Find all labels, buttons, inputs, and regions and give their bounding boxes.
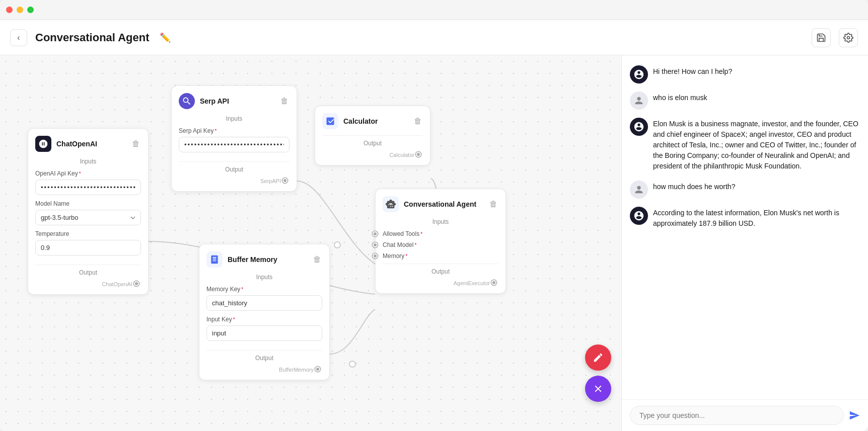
- chatopenai-title: ChatOpenAI: [56, 140, 126, 148]
- calculator-node-header: Calculator 🗑: [322, 113, 423, 129]
- settings-button[interactable]: [839, 28, 858, 47]
- message-row-2: who is elon musk: [630, 92, 860, 110]
- message-row-4: how much does he worth?: [630, 181, 860, 199]
- chat-input-area: [622, 399, 868, 431]
- calculator-delete-button[interactable]: 🗑: [413, 116, 423, 127]
- user-avatar-1: [630, 92, 648, 110]
- chat-messages: Hi there! How can I help? who is elon mu…: [622, 55, 868, 399]
- header: ‹ Conversational Agent ✏️: [0, 20, 868, 55]
- bot-avatar-3: [630, 207, 648, 225]
- buffermemory-connector-label: BufferMemory: [206, 367, 322, 373]
- agent-node: Conversational Agent 🗑 Inputs Allowed To…: [375, 189, 506, 294]
- agent-title: Conversational Agent: [404, 200, 483, 208]
- svg-point-0: [847, 36, 850, 39]
- buffermemory-delete-button[interactable]: 🗑: [312, 254, 322, 265]
- buffermemory-output-label: Output: [206, 355, 322, 362]
- page-title: Conversational Agent: [35, 31, 150, 44]
- message-row-5: According to the latest information, Elo…: [630, 207, 860, 230]
- chat-input[interactable]: [630, 406, 844, 425]
- agent-inputs-label: Inputs: [383, 218, 498, 225]
- serp-output-label: Output: [179, 166, 290, 173]
- back-button[interactable]: ‹: [10, 29, 27, 46]
- agent-connector-label: AgentExecutor: [383, 280, 498, 286]
- chatopenai-inputs-label: Inputs: [35, 158, 141, 165]
- user-avatar-2: [630, 181, 648, 199]
- message-row-3: Elon Musk is a business magnate, investo…: [630, 118, 860, 173]
- chat-panel: Hi there! How can I help? who is elon mu…: [621, 55, 868, 431]
- calculator-output-label: Output: [322, 140, 423, 147]
- buffermemory-memory-key-input[interactable]: [206, 295, 322, 311]
- chatopenai-model-select[interactable]: gpt-3.5-turbo gpt-4: [35, 210, 141, 225]
- buffermemory-title: Buffer Memory: [228, 255, 307, 264]
- traffic-light-green[interactable]: [27, 7, 34, 13]
- calculator-connector-label: Calculator: [322, 152, 423, 158]
- traffic-light-yellow[interactable]: [17, 7, 23, 13]
- svg-point-1: [334, 242, 340, 248]
- serp-title: Serp API: [200, 97, 274, 105]
- chatopenai-api-key-label: OpenAI Api Key*: [35, 170, 141, 177]
- bot-avatar-2: [630, 118, 648, 136]
- chatopenai-api-key-input[interactable]: [35, 180, 141, 195]
- agent-node-header: Conversational Agent 🗑: [383, 196, 498, 212]
- chatopenai-delete-button[interactable]: 🗑: [131, 138, 141, 149]
- bot-avatar-1: [630, 65, 648, 83]
- svg-point-2: [349, 361, 355, 367]
- serp-delete-button[interactable]: 🗑: [279, 96, 290, 107]
- calculator-title: Calculator: [343, 117, 408, 125]
- message-row-1: Hi there! How can I help?: [630, 65, 860, 83]
- chatopenai-connector-label: ChatOpenAI: [35, 281, 141, 287]
- chatopenai-icon: [35, 136, 51, 152]
- serp-api-key-label: Serp Api Key*: [179, 127, 290, 134]
- serp-connector-label: SerpAPI: [179, 178, 290, 184]
- message-text-3: Elon Musk is a business magnate, investo…: [653, 118, 860, 173]
- serp-icon: [179, 93, 195, 109]
- message-text-1: Hi there! How can I help?: [653, 65, 732, 78]
- buffermemory-node: Buffer Memory 🗑 Inputs Memory Key* Input…: [199, 244, 330, 380]
- agent-memory-label: Memory*: [383, 252, 498, 260]
- titlebar: [0, 0, 868, 20]
- chatopenai-temp-input[interactable]: [35, 240, 141, 255]
- save-button[interactable]: [812, 28, 831, 47]
- canvas-area[interactable]: ChatOpenAI 🗑 Inputs OpenAI Api Key* Mode…: [0, 55, 621, 431]
- message-text-5: According to the latest information, Elo…: [653, 207, 860, 230]
- serp-inputs-label: Inputs: [179, 115, 290, 122]
- chatopenai-temp-label: Temperature: [35, 230, 141, 237]
- message-text-2: who is elon musk: [653, 92, 707, 104]
- serp-node: Serp API 🗑 Inputs Serp Api Key* Output S…: [171, 85, 297, 192]
- buffermemory-node-header: Buffer Memory 🗑: [206, 251, 322, 268]
- calculator-node: Calculator 🗑 Output Calculator: [315, 106, 430, 165]
- agent-chat-model-label: Chat Model*: [383, 241, 498, 248]
- message-text-4: how much does he worth?: [653, 181, 735, 193]
- buffermemory-memory-key-label: Memory Key*: [206, 286, 322, 293]
- chatopenai-output-label: Output: [35, 269, 141, 276]
- chatopenai-model-label: Model Name: [35, 200, 141, 207]
- calculator-icon: [322, 113, 338, 129]
- fab-close-button[interactable]: [585, 376, 611, 402]
- agent-output-label: Output: [383, 268, 498, 275]
- traffic-light-red[interactable]: [6, 7, 13, 13]
- agent-allowed-tools-label: Allowed Tools*: [383, 230, 498, 237]
- chat-send-button[interactable]: [849, 410, 860, 421]
- buffermemory-icon: [206, 251, 223, 268]
- agent-icon: [383, 196, 399, 212]
- serp-node-header: Serp API 🗑: [179, 93, 290, 109]
- buffermemory-inputs-label: Inputs: [206, 274, 322, 281]
- main-content: ChatOpenAI 🗑 Inputs OpenAI Api Key* Mode…: [0, 55, 868, 431]
- chatopenai-node-header: ChatOpenAI 🗑: [35, 136, 141, 152]
- agent-delete-button[interactable]: 🗑: [488, 199, 498, 210]
- edit-title-button[interactable]: ✏️: [158, 30, 173, 45]
- serp-api-key-input[interactable]: [179, 137, 290, 152]
- buffermemory-input-key-input[interactable]: [206, 325, 322, 341]
- chatopenai-node: ChatOpenAI 🗑 Inputs OpenAI Api Key* Mode…: [28, 128, 149, 295]
- buffermemory-input-key-label: Input Key*: [206, 316, 322, 323]
- fab-edit-button[interactable]: [585, 344, 611, 371]
